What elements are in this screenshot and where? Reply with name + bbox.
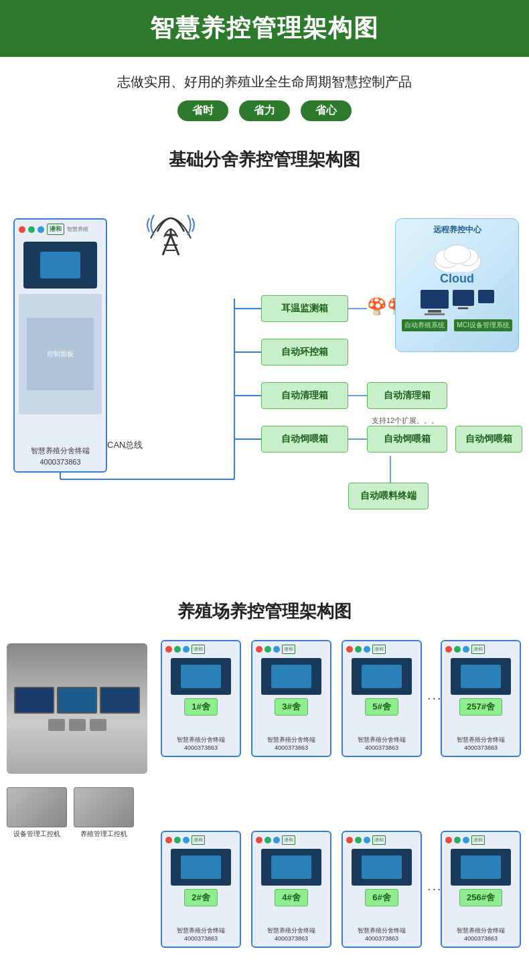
dot [364,837,370,843]
box-feed-terminal: 自动喂料终端 [348,483,429,509]
sys-label-1: 自动养殖系统 [402,319,447,331]
screen-inner [181,855,221,879]
machine-2-label: 养殖管理工控机 [80,829,127,839]
screen-inner [461,665,501,688]
terminal-box: 潜和 智慧养殖 控制面板 智慧养殖分舍终端 4000373863 [13,218,107,473]
terminal-6-screen [352,849,412,886]
terminal-6-header: 潜和 [346,835,417,845]
terminal-1-text: 智慧养殖分舍终端 4000373863 [177,736,225,752]
machine-1: 设备管理工控机 [7,787,67,839]
dot [256,837,262,843]
section2-title: 养殖场养控管理架构图 [0,600,529,623]
terminal-1-label: 1#舍 [184,698,217,716]
dot [165,837,172,843]
dot [463,837,469,843]
dot [355,646,362,653]
dot [346,646,353,653]
terminal-256-text: 智慧养殖分舍终端 4000373863 [457,926,505,943]
terminal-4-header: 潜和 [256,835,327,845]
section1-title: 基础分舍养控管理架构图 [0,148,529,171]
terminal-257: 潜和 257#舍 智慧养殖分舍终端 4000373863 [441,640,521,757]
terminal-logo-sub: 智慧养殖 [67,226,88,233]
dot [174,837,181,843]
logo: 潜和 [471,835,485,845]
terminal-256-header: 潜和 [445,835,516,845]
box-side-clean: 自动清理箱 [367,382,447,409]
terminal-2-text: 智慧养殖分舍终端 4000373863 [177,926,225,943]
terminal-6: 潜和 6#舍 智慧养殖分舍终端 4000373863 [342,831,422,948]
box-far-feed: 自动饲喂箱 [455,426,522,453]
dot [264,646,271,653]
dot [364,646,370,653]
terminal-5-header: 潜和 [346,645,417,654]
control-room [7,643,147,774]
screen-inner [271,665,311,688]
terminal-4: 潜和 4#舍 智慧养殖分舍终端 4000373863 [251,831,331,948]
machine-2-img [74,787,134,827]
terminal-6-label: 6#舍 [365,889,398,906]
cloud-box: 远程养控中心 Cloud 自动养殖系统 [395,218,519,352]
terminal-2-header: 潜和 [165,835,236,845]
dot [454,646,461,653]
machine-2: 养殖管理工控机 [74,787,134,839]
logo: 潜和 [372,835,386,845]
control-machines: 设备管理工控机 养殖管理工控机 [7,787,134,839]
tag-save-time: 省时 [177,100,228,121]
screen-display [40,252,80,278]
dot [256,646,262,653]
dot [445,646,452,653]
dot [454,837,461,843]
terminal-256: 潜和 256#舍 智慧养殖分舍终端 4000373863 [441,831,521,948]
subtitle-text: 志做实用、好用的养殖业全生命周期智慧控制产品 [13,73,516,91]
page-title: 智慧养控管理架构图 [13,12,516,45]
dot [183,646,190,653]
cloud-monitors [421,290,494,315]
terminal-logo: 潜和 [47,224,64,235]
tag-save-effort: 省力 [239,100,290,121]
subtitle-section: 志做实用、好用的养殖业全生命周期智慧控制产品 省时 省力 省心 [0,57,529,135]
dot-green [28,226,35,233]
terminal-257-text: 智慧养殖分舍终端 4000373863 [457,736,505,752]
box-auto-feed: 自动饲喂箱 [261,426,348,453]
terminal-257-header: 潜和 [445,645,516,654]
logo: 潜和 [282,645,295,654]
terminal-5-screen [352,658,412,695]
dot [355,837,362,843]
box-auto-clean: 自动清理箱 [261,382,348,409]
screen-inner [362,665,402,688]
logo: 潜和 [192,645,205,654]
page-header: 智慧养控管理架构图 [0,0,529,57]
cloud-label: 远程养控中心 [433,224,481,236]
terminal-3-header: 潜和 [256,645,327,654]
cloud-icon-svg [431,238,484,272]
svg-point-23 [444,245,471,264]
terminal-3: 潜和 3#舍 智慧养殖分舍终端 4000373863 [251,640,331,757]
terminal-257-screen [451,658,511,695]
terminal-256-screen [451,849,511,886]
logo: 潜和 [282,835,295,845]
terminal-panel: 控制面板 [27,318,93,390]
arch1-diagram: 潜和 智慧养殖 控制面板 智慧养殖分舍终端 4000373863 [0,178,529,580]
cloud-systems: 自动养殖系统 MCI设备管理系统 [402,319,512,331]
logo: 潜和 [192,835,205,845]
terminal-256-label: 256#舍 [459,889,502,906]
antenna-svg [137,191,204,258]
tag-save-worry: 省心 [301,100,352,121]
dot [264,837,271,843]
terminal-body: 控制面板 [19,294,102,414]
terminal-1: 潜和 1#舍 智慧养殖分舍终端 4000373863 [161,640,241,757]
terminal-6-text: 智慧养殖分舍终端 4000373863 [358,926,406,943]
screen-inner [271,855,311,879]
box-env-ctrl: 自动环控箱 [261,339,348,365]
arch2-diagram: 设备管理工控机 养殖管理工控机 潜和 1#舍 智慧养殖分舍终端 40003738… [0,630,529,980]
dot [183,837,190,843]
terminal-5-label: 5#舍 [365,698,398,716]
machine-1-label: 设备管理工控机 [13,829,60,839]
dot [165,646,172,653]
screen-inner [362,855,402,879]
terminal-2-label: 2#舍 [184,889,217,906]
terminal-2-screen [171,849,231,886]
logo: 潜和 [372,645,386,654]
box-ear-temp: 耳温监测箱 [261,295,348,322]
terminal-header: 潜和 智慧养殖 [19,224,102,235]
